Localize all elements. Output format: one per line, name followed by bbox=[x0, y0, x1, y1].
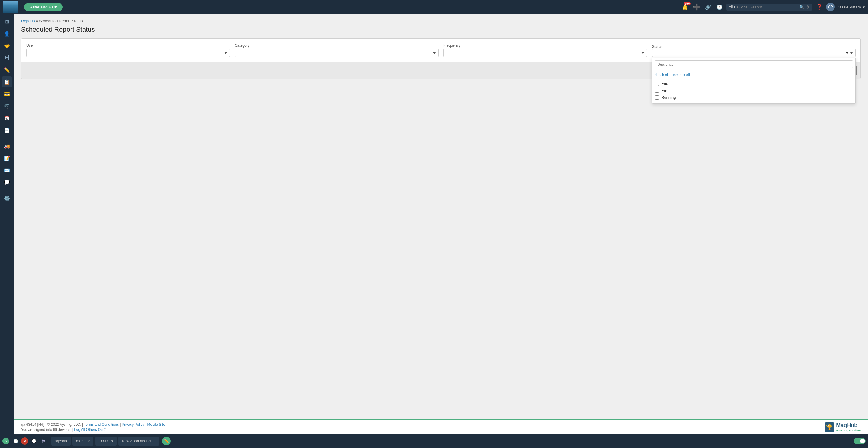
check-links: check all uncheck all bbox=[652, 71, 855, 79]
footer: qa 63414 [f4d] | © 2022 Aysling, LLC. | … bbox=[14, 419, 868, 434]
mic-icon[interactable]: 🎙 bbox=[806, 5, 810, 9]
breadcrumb-separator: » bbox=[36, 19, 38, 23]
sidebar-item-email[interactable]: ✉️ bbox=[1, 165, 12, 175]
sidebar-item-word[interactable]: 📝 bbox=[1, 153, 12, 164]
status-dropdown-popup: check all uncheck all End Error bbox=[652, 58, 856, 104]
breadcrumb: Reports » Scheduled Report Status bbox=[21, 19, 861, 23]
user-avatar: CP bbox=[826, 3, 835, 11]
breadcrumb-current: Scheduled Report Status bbox=[39, 19, 83, 23]
notification-badge: 99+ bbox=[684, 2, 691, 5]
sidebar-item-media[interactable]: 🖼 bbox=[1, 53, 12, 63]
sidebar-item-campaigns[interactable]: ✏️ bbox=[1, 64, 12, 75]
sidebar: ⊞ 👤 🤝 🖼 ✏️ 📋 💳 🛒 📅 📄 🚚 📝 ✉️ 💬 ⚙️ bbox=[0, 14, 14, 434]
maghub-logo: 🏆 MagHub amazing solution bbox=[825, 422, 861, 432]
user-chevron-icon: ▾ bbox=[863, 5, 865, 9]
category-filter-select[interactable]: — bbox=[235, 49, 438, 57]
refer-earn-button[interactable]: Refer and Earn bbox=[24, 3, 63, 11]
footer-line1: qa 63414 [f4d] | © 2022 Aysling, LLC. | … bbox=[21, 422, 861, 426]
main-content: Reports » Scheduled Report Status Schedu… bbox=[14, 14, 868, 434]
sidebar-item-templates[interactable]: 📄 bbox=[1, 125, 12, 136]
footer-terms-link[interactable]: Terms and Conditions bbox=[84, 422, 119, 426]
status-custom-select[interactable]: — ▾ check all uncheck all bbox=[652, 49, 856, 57]
check-all-link[interactable]: check all bbox=[655, 73, 669, 77]
user-name: Cassie Pataro bbox=[836, 5, 861, 9]
frequency-filter-label: Frequency bbox=[443, 43, 647, 47]
footer-copyright: © 2022 Aysling, LLC. bbox=[47, 422, 81, 426]
status-option-end-label: End bbox=[661, 81, 668, 86]
sidebar-item-orders[interactable]: 🛒 bbox=[1, 101, 12, 111]
nav-icons: 🔔 99+ ➕ 🔗 🕐 All ▾ 🔍 🎙 ❓ CP Cassie Pataro… bbox=[681, 2, 865, 11]
notifications-icon[interactable]: 🔔 99+ bbox=[681, 2, 689, 11]
clock-icon[interactable]: 🕐 bbox=[715, 2, 724, 11]
footer-signed-in: You are signed into 66 devices. bbox=[21, 427, 71, 432]
category-filter-label: Category bbox=[235, 43, 438, 47]
footer-line2: You are signed into 66 devices. | Log Al… bbox=[21, 427, 861, 432]
maghub-logo-icon: 🏆 bbox=[825, 422, 834, 432]
status-filter-label: Status bbox=[652, 44, 662, 49]
footer-privacy-link[interactable]: Privacy Policy bbox=[122, 422, 144, 426]
sidebar-item-shipping[interactable]: 🚚 bbox=[1, 141, 12, 151]
filter-row: User — Category — Frequency — bbox=[26, 43, 856, 57]
page-title: Scheduled Report Status bbox=[21, 26, 861, 33]
filter-group-frequency: Frequency — bbox=[443, 43, 647, 57]
sidebar-item-billing[interactable]: 💳 bbox=[1, 89, 12, 99]
add-icon[interactable]: ➕ bbox=[692, 2, 701, 11]
status-select-display[interactable]: — ▾ bbox=[652, 49, 856, 57]
search-icon: 🔍 bbox=[799, 5, 804, 9]
status-option-error-label: Error bbox=[661, 88, 670, 93]
filter-group-category: Category — bbox=[235, 43, 438, 57]
filter-card: User — Category — Frequency — bbox=[21, 38, 861, 79]
footer-mobile-link[interactable]: Mobile Site bbox=[147, 422, 165, 426]
status-checkbox-error[interactable] bbox=[655, 89, 659, 93]
sidebar-item-calendar[interactable]: 📅 bbox=[1, 113, 12, 124]
sidebar-divider bbox=[2, 138, 11, 138]
status-option-running-label: Running bbox=[661, 95, 676, 100]
status-checkbox-end[interactable] bbox=[655, 81, 659, 86]
global-search-input[interactable] bbox=[737, 5, 798, 9]
breadcrumb-parent-link[interactable]: Reports bbox=[21, 19, 35, 23]
sidebar-item-deals[interactable]: 🤝 bbox=[1, 40, 12, 51]
status-option-end[interactable]: End bbox=[655, 80, 853, 87]
sidebar-item-reports[interactable]: 📋 bbox=[1, 76, 12, 87]
status-option-running[interactable]: Running bbox=[655, 94, 853, 101]
sidebar-item-sms[interactable]: 💬 bbox=[1, 177, 12, 187]
user-menu[interactable]: CP Cassie Pataro ▾ bbox=[826, 3, 865, 11]
frequency-filter-select[interactable]: — bbox=[443, 49, 647, 57]
sidebar-divider-2 bbox=[2, 190, 11, 190]
status-checkbox-running[interactable] bbox=[655, 96, 659, 100]
sidebar-item-settings[interactable]: ⚙️ bbox=[1, 193, 12, 204]
sidebar-item-contacts[interactable]: 👤 bbox=[1, 28, 12, 39]
footer-logout-link[interactable]: Log All Others Out? bbox=[74, 427, 106, 432]
uncheck-all-link[interactable]: uncheck all bbox=[672, 73, 690, 77]
search-scope-selector[interactable]: All ▾ bbox=[729, 5, 735, 9]
help-icon[interactable]: ❓ bbox=[815, 2, 824, 11]
status-select-value: — bbox=[655, 50, 658, 55]
filter-group-status: Status — — ▾ check bbox=[652, 44, 856, 57]
app-logo[interactable] bbox=[3, 1, 18, 13]
chevron-down-icon: ▾ bbox=[734, 5, 735, 9]
status-options: End Error Running bbox=[652, 79, 855, 103]
search-container: All ▾ 🔍 🎙 bbox=[726, 4, 812, 10]
footer-env: qa 63414 [f4d] bbox=[21, 422, 44, 426]
status-chevron-icon: ▾ bbox=[846, 50, 848, 55]
top-nav: Refer and Earn 🔔 99+ ➕ 🔗 🕐 All ▾ 🔍 🎙 ❓ C… bbox=[0, 0, 868, 14]
maghub-brand-text: MagHub amazing solution bbox=[836, 422, 861, 432]
link-icon[interactable]: 🔗 bbox=[704, 2, 712, 11]
user-filter-select[interactable]: — bbox=[26, 49, 230, 57]
status-option-error[interactable]: Error bbox=[655, 87, 853, 94]
sidebar-item-dashboard[interactable]: ⊞ bbox=[1, 16, 12, 27]
filter-group-user: User — bbox=[26, 43, 230, 57]
status-search-input[interactable] bbox=[655, 60, 853, 68]
status-search-box bbox=[652, 58, 855, 71]
user-filter-label: User bbox=[26, 43, 230, 47]
